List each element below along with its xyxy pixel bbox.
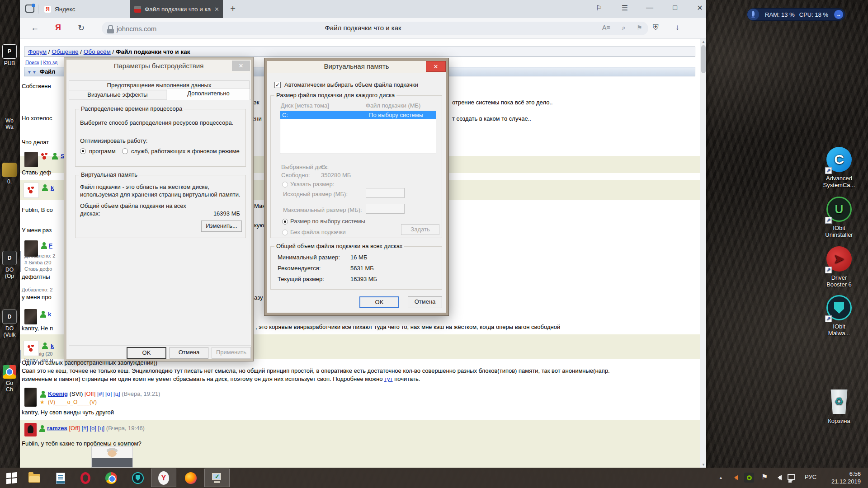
user-status-icon [52, 153, 58, 160]
max-size-input[interactable] [366, 204, 405, 214]
desktop-icon-iobit-uninstaller[interactable]: U IObit Uninstaller [817, 197, 861, 238]
breadcrumb-link[interactable]: Обо всём [84, 48, 111, 55]
username-link[interactable]: k [51, 184, 54, 191]
username-link[interactable]: ramzes [47, 425, 67, 432]
desktop-icon-pubg[interactable]: P PUB [0, 44, 19, 66]
radio-no-pagefile[interactable] [282, 230, 288, 235]
network-icon[interactable] [788, 474, 795, 488]
virtual-memory-group: Виртуальная память Файл подкачки - это о… [75, 175, 246, 238]
scrollbar-thumb[interactable] [701, 45, 706, 73]
quote-text: Ставь дефо [24, 266, 52, 272]
downloads-icon[interactable]: ↓ [675, 23, 679, 32]
who-is-here-link[interactable]: Кто зд [43, 60, 57, 65]
tab-advanced[interactable]: Дополнительно [167, 89, 250, 100]
protect-extension-icon[interactable]: ⛨ [653, 23, 659, 32]
post-header: Koenig (SVI) [Off] [#] [о] [ц] (Вчера, 1… [48, 390, 160, 397]
breadcrumb-link[interactable]: Общение [52, 48, 78, 55]
taskbar-firefox[interactable] [184, 471, 198, 485]
taskbar-malware-fighter[interactable] [131, 471, 145, 485]
nvidia-tray-icon[interactable] [744, 473, 754, 488]
maximize-button[interactable]: □ [668, 4, 682, 12]
desktop-icon-doom-vulkan[interactable]: D DO (Vulk [0, 310, 19, 338]
change-button[interactable]: Изменить... [201, 221, 242, 232]
close-button[interactable]: ✕ [693, 4, 707, 12]
drives-listbox[interactable]: C: По выбору системы [280, 111, 436, 154]
close-icon[interactable]: ✕ [426, 61, 446, 72]
desktop-icon-doom-opengl[interactable]: D DO (Op [0, 251, 19, 279]
tab-panel-icon[interactable] [25, 5, 34, 13]
desktop-icon-advanced-systemcare[interactable]: C Advanced SystemCa... [817, 147, 861, 188]
scroll-up-icon[interactable]: ▲ [700, 40, 706, 44]
post-action-links[interactable]: [#] [о] [ц] [97, 390, 120, 397]
user-status-icon [41, 242, 47, 249]
radio-programs[interactable] [80, 148, 86, 154]
desktop-icon-warships[interactable]: Wo Wa [0, 102, 19, 130]
username-link[interactable]: Koenig [48, 390, 68, 397]
radio-background-services[interactable] [122, 148, 128, 154]
taskbar-smart-defrag[interactable] [53, 471, 68, 485]
bookmark-icon[interactable]: ⚑ [637, 24, 642, 31]
desktop-icon-recycle-bin[interactable]: ♻ Корзина [817, 389, 861, 424]
post-action-links[interactable]: [#] [о] [ц] [81, 425, 104, 432]
new-tab-button[interactable]: + [227, 3, 239, 15]
tab-yandex[interactable]: Я Яндекс [40, 0, 128, 18]
clock[interactable]: 6:56 21.12.2019 [831, 470, 861, 485]
avatar[interactable] [24, 240, 38, 257]
taskbar-yandex-browser[interactable]: Y [156, 471, 171, 485]
tab-visual-effects[interactable]: Визуальные эффекты [69, 90, 166, 100]
avatar[interactable] [24, 183, 39, 198]
set-button[interactable]: Задать [401, 224, 439, 235]
ok-button[interactable]: OK [127, 347, 166, 359]
desktop-icon-iobit-malware-fighter[interactable]: IObit Malwa... [817, 295, 861, 337]
shield-icon [132, 472, 144, 484]
external-link[interactable]: тут [384, 375, 393, 382]
forum-toolbar: Поиск | Кто зд [25, 60, 57, 65]
username-link[interactable]: k [51, 343, 54, 349]
ok-button[interactable]: OK [359, 296, 399, 308]
radio-custom-size[interactable] [282, 182, 288, 188]
desktop-icon-driver-booster[interactable]: ➤ Driver Booster 6 [817, 246, 861, 288]
taskbar-file-explorer[interactable] [27, 471, 42, 485]
cancel-button[interactable]: Отмена [170, 347, 208, 359]
desktop-icon-google-chrome[interactable]: Go Ch [0, 365, 19, 393]
post-text: , это корявые винразработчики все пихают… [255, 324, 560, 330]
avatar[interactable] [24, 388, 37, 407]
minimize-button[interactable]: — [643, 4, 656, 12]
search-link[interactable]: Поиск [25, 60, 39, 65]
tab-bar: Я Яндекс Файл подкачки что и ка ✕ + ⚐ ☰ … [20, 0, 706, 18]
post-text: т создать в каком то случае.. [452, 115, 531, 122]
scroll-down-icon[interactable]: ▼ [700, 463, 706, 467]
system-monitor-widget[interactable]: RAM: 13 % CPU: 18 % → [747, 8, 845, 21]
tray-expand-icon[interactable]: ▲ [719, 475, 723, 488]
apply-button[interactable]: Применить [212, 347, 251, 359]
username-link[interactable]: F [49, 242, 52, 249]
volume2-icon[interactable] [731, 475, 738, 488]
scrollbar[interactable]: ▲ ▼ [700, 39, 706, 468]
start-button[interactable] [5, 471, 19, 485]
close-tab-icon[interactable]: ✕ [214, 6, 219, 13]
avatar[interactable] [24, 423, 37, 436]
taskbar-opera[interactable] [78, 471, 93, 485]
radio-system-managed[interactable] [282, 219, 288, 225]
drive-row-selected[interactable]: C: По выбору системы [280, 111, 436, 119]
desktop-icon-gold[interactable]: 0. [0, 163, 19, 185]
initial-size-input[interactable] [366, 188, 405, 198]
breadcrumb-link[interactable]: Форум [28, 48, 47, 55]
avatar[interactable] [24, 341, 39, 356]
bookmarks-panel-icon[interactable]: ⚐ [592, 4, 606, 12]
close-icon[interactable]: ✕ [232, 61, 250, 71]
username-link[interactable]: k [48, 311, 51, 318]
boost-arrow-icon[interactable]: → [834, 10, 843, 19]
avatar[interactable] [24, 152, 38, 167]
speaker-icon[interactable] [775, 475, 782, 488]
taskbar-chrome[interactable] [104, 471, 118, 485]
taskbar-system-properties[interactable]: ✓ [210, 471, 224, 485]
tab-active-pagefile[interactable]: Файл подкачки что и ка ✕ [130, 0, 223, 18]
language-indicator[interactable]: РУС [805, 474, 816, 488]
menu-icon[interactable]: ☰ [618, 4, 632, 12]
cancel-button[interactable]: Отмена [408, 296, 442, 308]
auto-manage-checkbox[interactable] [274, 82, 281, 88]
avatar[interactable] [24, 309, 37, 324]
zoom-search-icon[interactable]: ⌕ [622, 24, 626, 32]
reader-mode-icon[interactable]: A≡ [602, 24, 610, 31]
